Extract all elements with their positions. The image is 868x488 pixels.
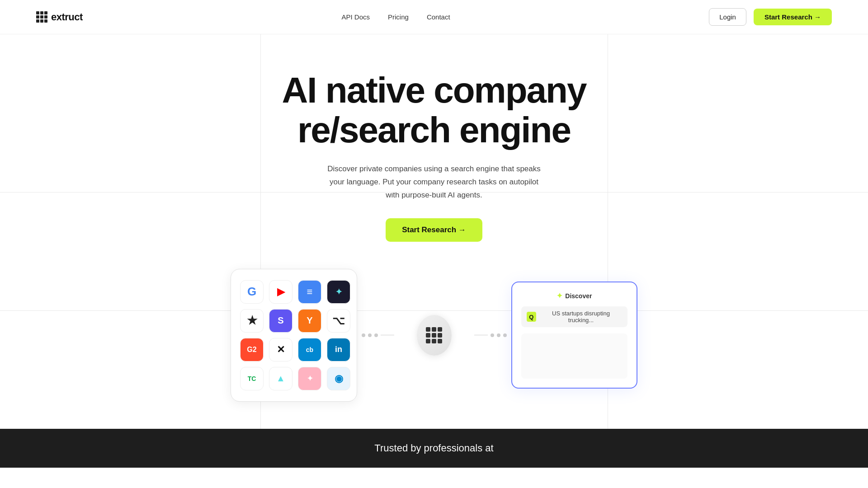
- nav-actions: Login Start Research →: [709, 8, 832, 26]
- navbar: extruct API Docs Pricing Contact Login S…: [0, 0, 868, 34]
- logo-shortcut: S: [269, 309, 292, 333]
- logo-youtube: ▶: [269, 280, 292, 304]
- discover-query-text: US startups disrupting trucking...: [540, 310, 622, 324]
- nav-pricing[interactable]: Pricing: [388, 13, 409, 21]
- logo-g2: G2: [240, 338, 264, 361]
- logo-yc: Y: [298, 309, 321, 333]
- logo-feather: ✦: [327, 280, 350, 304]
- discover-header-text: Discover: [565, 292, 592, 300]
- discover-header: ✦ Discover: [521, 291, 627, 300]
- hero-section: AI native company re/search engine Disco…: [0, 34, 868, 429]
- discover-card: ✦ Discover Q US startups disrupting truc…: [511, 282, 637, 389]
- start-research-hero-button[interactable]: Start Research →: [386, 218, 482, 242]
- illustration-area: G ▶ ≡ ✦ ★ S Y ⌥ G2 ✕ cb in TC ▲ ✦ ◉: [231, 269, 637, 402]
- discover-results-area: [521, 333, 627, 379]
- nav-contact[interactable]: Contact: [427, 13, 450, 21]
- logo-linkedin: in: [327, 338, 350, 361]
- hero-subtitle: Discover private companies using a searc…: [326, 163, 542, 202]
- logo-x: ✕: [269, 338, 292, 361]
- hub-grid-icon: [426, 327, 442, 343]
- logo[interactable]: extruct: [36, 11, 83, 23]
- logo-seekout: ▲: [269, 367, 292, 390]
- logo-techcrunch: TC: [240, 367, 264, 390]
- discover-search-row: Q US startups disrupting trucking...: [521, 306, 627, 327]
- connector-right: [474, 333, 507, 337]
- bottom-banner-text: Trusted by professionals at: [36, 442, 832, 454]
- bottom-banner: Trusted by professionals at: [0, 429, 868, 468]
- logo-text: extruct: [51, 11, 83, 23]
- start-research-nav-button[interactable]: Start Research →: [754, 9, 832, 25]
- center-hub: [417, 315, 452, 356]
- nav-api-docs[interactable]: API Docs: [342, 13, 370, 21]
- discover-bolt-icon: ✦: [557, 291, 562, 300]
- logo-docs: ≡: [298, 280, 321, 304]
- hero-title: AI native company re/search engine: [282, 70, 586, 150]
- logo-github: ⌥: [327, 309, 350, 333]
- logos-card: G ▶ ≡ ✦ ★ S Y ⌥ G2 ✕ cb in TC ▲ ✦ ◉: [231, 269, 357, 402]
- nav-links: API Docs Pricing Contact: [342, 13, 450, 21]
- logo-crunchbase: cb: [298, 338, 321, 361]
- login-button[interactable]: Login: [709, 8, 746, 26]
- logo-pink: ✦: [298, 367, 321, 390]
- connector-left: [362, 333, 394, 337]
- discover-q-icon: Q: [527, 312, 536, 322]
- logo-google: G: [240, 280, 264, 304]
- logo-globe: ◉: [327, 367, 350, 390]
- logo-star: ★: [240, 309, 264, 333]
- logo-grid-icon: [36, 11, 47, 23]
